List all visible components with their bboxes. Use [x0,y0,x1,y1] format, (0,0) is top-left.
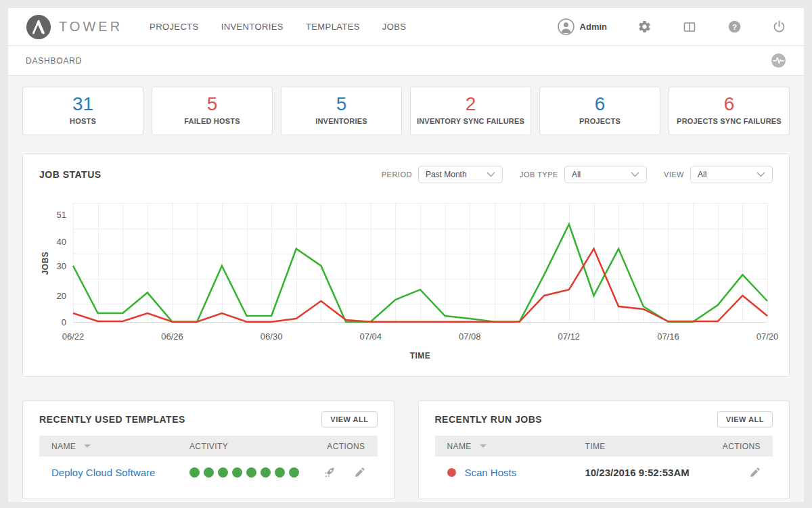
stat-card-inventories[interactable]: 5 INVENTORIES [281,87,402,135]
projects-sync-failures-label: PROJECTS SYNC FAILURES [669,117,789,125]
failed-hosts-label: FAILED HOSTS [152,117,272,125]
edit-job-button[interactable] [749,467,761,478]
user-name: Admin [580,22,607,32]
template-row: Deploy Cloud Software [39,457,378,488]
y-tick-label: 51 [57,209,66,219]
failed-hosts-count: 5 [152,93,272,115]
projects-count: 6 [540,93,660,115]
stat-card-failed-hosts[interactable]: 5 FAILED HOSTS [152,87,273,135]
name-column-label: NAME [447,442,472,451]
jobs-time-column-header: TIME [585,442,722,451]
template-name-cell: Deploy Cloud Software [51,467,189,478]
edit-template-button[interactable] [354,467,365,478]
x-tick-label: 07/04 [359,331,382,342]
name-column-label: NAME [51,442,76,451]
portal-mode-button[interactable] [682,20,697,34]
y-tick-label: 40 [57,236,66,246]
templates-name-column-header[interactable]: NAME [51,442,189,451]
stat-card-inventory-sync-failures[interactable]: 2 INVENTORY SYNC FAILURES [410,87,531,135]
period-select[interactable]: Past Month [418,166,503,183]
template-link[interactable]: Deploy Cloud Software [51,467,155,478]
x-tick-label: 06/30 [261,331,283,342]
jobs-actions-column-header: ACTIONS [723,442,761,451]
activity-dot[interactable] [261,467,271,478]
stat-card-projects-sync-failures[interactable]: 6 PROJECTS SYNC FAILURES [669,87,790,135]
job-type-label: JOB TYPE [520,170,558,179]
template-activity-dots [189,467,323,478]
x-tick-label: 07/12 [558,331,581,342]
templates-panel-header: RECENTLY USED TEMPLATES VIEW ALL [23,401,394,436]
y-tick-label: 0 [62,317,66,327]
activity-dot[interactable] [218,467,228,478]
settings-button[interactable] [637,20,652,34]
jobs-name-column-header[interactable]: NAME [447,442,585,451]
activity-stream-button[interactable] [771,53,786,68]
templates-view-all-button[interactable]: VIEW ALL [321,411,377,428]
activity-dot[interactable] [289,467,299,478]
launch-template-button[interactable] [323,466,336,479]
stat-card-hosts[interactable]: 31 HOSTS [22,87,143,135]
tower-brand[interactable]: TOWER [26,14,122,40]
job-name-cell: Scan Hosts [447,467,585,478]
stat-card-projects[interactable]: 6 PROJECTS [539,87,660,135]
jobs-table-header: NAME TIME ACTIONS [435,436,773,457]
job-type-control: JOB TYPE All [520,166,647,183]
job-status-chart [73,203,767,323]
x-tick-label: 07/16 [657,331,679,342]
job-type-select[interactable]: All [564,166,647,183]
nav-item-templates[interactable]: TEMPLATES [306,22,360,32]
period-control: PERIOD Past Month [382,166,503,183]
chevron-down-icon [487,172,495,177]
split-view-icon [682,20,697,34]
projects-sync-failures-count: 6 [669,93,789,115]
help-button[interactable]: ? [727,20,742,34]
job-type-value: All [572,170,581,179]
activity-dot[interactable] [232,467,242,478]
inventory-sync-failures-count: 2 [411,93,531,115]
ansible-logo-icon [26,14,51,40]
x-tick-label: 07/20 [757,331,779,342]
main-nav: PROJECTS INVENTORIES TEMPLATES JOBS [150,22,406,32]
logout-button[interactable] [772,20,786,34]
hosts-label: HOSTS [23,117,143,125]
stats-row: 31 HOSTS 5 FAILED HOSTS 5 INVENTORIES 2 … [22,87,790,135]
inventories-label: INVENTORIES [281,117,401,125]
activity-dot[interactable] [275,467,285,478]
x-tick-label: 06/22 [62,331,85,342]
user-menu[interactable]: Admin [558,18,607,35]
bottom-panels: RECENTLY USED TEMPLATES VIEW ALL NAME AC… [22,400,790,499]
rocket-icon [323,466,336,479]
recently-used-templates-panel: RECENTLY USED TEMPLATES VIEW ALL NAME AC… [22,400,394,499]
template-actions-cell [323,466,365,479]
app-window: TOWER PROJECTS INVENTORIES TEMPLATES JOB… [8,8,804,502]
job-failed-status-dot [447,468,456,477]
nav-item-inventories[interactable]: INVENTORIES [221,22,284,32]
job-status-panel: JOB STATUS PERIOD Past Month JOB TYPE [22,154,790,377]
jobs-panel-title: RECENTLY RUN JOBS [435,414,543,425]
templates-activity-column-header: ACTIVITY [189,442,327,451]
brand-name: TOWER [59,19,122,34]
chart-controls: PERIOD Past Month JOB TYPE All [382,166,773,183]
chart-plot: JOBS TIME 51403020006/2206/2606/3007/040… [73,203,767,323]
view-label: VIEW [664,170,684,179]
nav-item-jobs[interactable]: JOBS [382,22,407,32]
job-link[interactable]: Scan Hosts [465,467,517,478]
chevron-down-icon [631,172,639,177]
templates-actions-column-header: ACTIONS [327,442,365,451]
jobs-view-all-button[interactable]: VIEW ALL [717,411,773,428]
activity-dot[interactable] [246,467,256,478]
dashboard-main: 31 HOSTS 5 FAILED HOSTS 5 INVENTORIES 2 … [8,76,804,499]
view-value: All [698,170,706,179]
view-control: VIEW All [664,166,773,183]
job-time-cell: 10/23/2016 9:52:53AM [585,467,749,478]
activity-stream-icon [771,53,786,68]
activity-dot[interactable] [204,467,214,478]
view-select[interactable]: All [690,166,773,183]
activity-dot[interactable] [189,467,200,478]
templates-table-header: NAME ACTIVITY ACTIONS [39,436,378,457]
breadcrumb-bar: DASHBOARD [8,46,804,76]
period-label: PERIOD [382,170,412,179]
nav-item-projects[interactable]: PROJECTS [150,22,199,32]
svg-text:?: ? [732,22,737,32]
breadcrumb[interactable]: DASHBOARD [26,56,82,66]
